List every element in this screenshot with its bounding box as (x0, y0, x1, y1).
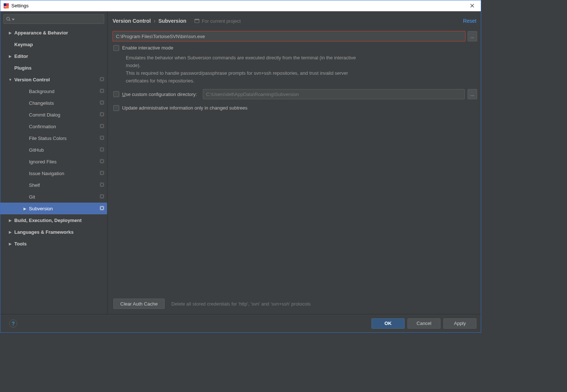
browse-svn-path-button[interactable]: ... (468, 31, 477, 41)
project-scope-icon (100, 206, 105, 211)
sidebar-item-git[interactable]: ▶Git (0, 191, 107, 203)
project-scope-icon (100, 147, 105, 152)
sidebar-item-shelf[interactable]: ▶Shelf (0, 179, 107, 191)
sidebar-item-keymap[interactable]: ▶Keymap (0, 38, 107, 50)
window-title: Settings (11, 3, 466, 8)
window-close-button[interactable] (466, 1, 478, 10)
sidebar-item-plugins[interactable]: ▶Plugins (0, 62, 107, 74)
sidebar-item-label: Tools (14, 241, 105, 247)
clear-auth-cache-help: Delete all stored credentials for 'http'… (171, 301, 311, 307)
sidebar-item-background[interactable]: ▶Background (0, 85, 107, 97)
svg-rect-30 (101, 195, 103, 198)
sidebar-item-appearance-behavior[interactable]: ▶Appearance & Behavior (0, 27, 107, 38)
sidebar-item-subversion[interactable]: ▶Subversion (0, 203, 107, 214)
custom-config-input[interactable] (203, 89, 465, 99)
reset-link[interactable]: Reset (463, 18, 477, 24)
interactive-mode-help: Emulates the behavior when Subversion co… (126, 54, 368, 85)
sidebar-item-label: Commit Dialog (29, 112, 98, 118)
update-admin-checkbox[interactable] (113, 105, 119, 111)
app-icon (3, 3, 9, 9)
project-scope-icon (100, 159, 105, 164)
interactive-mode-label[interactable]: Enable interactive mode (122, 44, 173, 52)
search-input[interactable] (3, 14, 104, 24)
sidebar-item-label: GitHub (29, 147, 98, 153)
svg-line-7 (9, 20, 10, 21)
sidebar-item-languages-frameworks[interactable]: ▶Languages & Frameworks (0, 226, 107, 238)
sidebar-item-label: Git (29, 194, 98, 200)
sidebar-item-issue-navigation[interactable]: ▶Issue Navigation (0, 167, 107, 179)
breadcrumb-row: Version Control › Subversion For current… (113, 16, 477, 26)
sidebar-item-label: Build, Execution, Deployment (14, 218, 105, 223)
update-admin-label[interactable]: Update administrative information only i… (122, 104, 248, 112)
sidebar-item-file-status-colors[interactable]: ▶File Status Colors (0, 132, 107, 144)
tree-arrow-icon: ▶ (8, 54, 13, 58)
sidebar-item-label: Changelists (29, 100, 98, 106)
sidebar-item-label: Editor (14, 53, 105, 59)
project-scope-icon (194, 18, 200, 23)
breadcrumb-parent[interactable]: Version Control (113, 18, 151, 24)
sidebar-item-label: Confirmation (29, 124, 98, 129)
project-scope-icon (100, 89, 105, 94)
project-scope: For current project (194, 18, 241, 24)
clear-auth-cache-button[interactable]: Clear Auth Cache (113, 299, 165, 309)
dialog-button-bar: ? OK Cancel Apply (0, 314, 481, 332)
sidebar-item-label: Appearance & Behavior (14, 30, 105, 36)
sidebar-item-label: Version Control (14, 77, 98, 82)
sidebar-item-changelists[interactable]: ▶Changelists (0, 97, 107, 109)
sidebar-item-ignored-files[interactable]: ▶Ignored Files (0, 156, 107, 167)
project-scope-icon (100, 182, 105, 188)
tree-arrow-icon: ▶ (8, 218, 13, 222)
interactive-mode-row: Enable interactive mode (113, 44, 477, 52)
svn-path-input[interactable] (113, 31, 465, 41)
svg-rect-3 (4, 7, 6, 7)
sidebar-item-label: Background (29, 89, 98, 94)
sidebar-item-tools[interactable]: ▶Tools (0, 238, 107, 249)
svn-path-row: ... (113, 31, 477, 41)
custom-config-checkbox[interactable] (113, 91, 119, 97)
svg-rect-1 (4, 3, 6, 6)
project-scope-icon (100, 112, 105, 117)
svg-rect-22 (101, 148, 103, 151)
ok-button[interactable]: OK (372, 318, 405, 329)
browse-config-dir-button[interactable]: ... (468, 89, 477, 99)
help-button[interactable]: ? (9, 319, 17, 328)
custom-config-label[interactable]: Use custom configuration directory: (122, 92, 197, 97)
project-scope-icon (100, 100, 105, 106)
apply-button[interactable]: Apply (443, 318, 476, 329)
cancel-button[interactable]: Cancel (407, 318, 440, 329)
interactive-mode-checkbox[interactable] (113, 45, 119, 51)
sidebar-item-confirmation[interactable]: ▶Confirmation (0, 121, 107, 132)
sidebar-item-label: File Status Colors (29, 136, 98, 141)
svg-rect-32 (101, 207, 103, 210)
sidebar-item-label: Subversion (29, 206, 98, 211)
svg-marker-8 (12, 19, 15, 21)
tree-arrow-icon: ▶ (22, 207, 28, 211)
svg-rect-34 (195, 19, 199, 20)
project-scope-icon (100, 194, 105, 199)
tree-arrow-icon: ▶ (8, 31, 13, 35)
project-scope-icon (100, 124, 105, 129)
tree-arrow-icon: ▶ (8, 242, 13, 246)
svg-rect-26 (101, 172, 103, 174)
project-scope-icon (100, 77, 105, 82)
svg-rect-12 (101, 90, 103, 92)
sidebar-item-commit-dialog[interactable]: ▶Commit Dialog (0, 109, 107, 121)
tree-arrow-icon: ▼ (8, 78, 13, 82)
svg-rect-18 (101, 125, 103, 127)
breadcrumb-separator: › (154, 18, 156, 24)
breadcrumb-current: Subversion (158, 18, 186, 24)
sidebar-item-editor[interactable]: ▶Editor (0, 50, 107, 62)
sidebar-item-github[interactable]: ▶GitHub (0, 144, 107, 156)
project-scope-label: For current project (202, 18, 241, 24)
sidebar-item-label: Shelf (29, 182, 98, 188)
svg-rect-24 (101, 160, 103, 163)
settings-sidebar: ▶Appearance & Behavior▶Keymap▶Editor▶Plu… (0, 11, 107, 314)
clear-cache-row: Clear Auth Cache Delete all stored crede… (113, 299, 477, 314)
sidebar-item-version-control[interactable]: ▼Version Control (0, 74, 107, 85)
sidebar-item-label: Plugins (14, 65, 105, 71)
settings-content: Version Control › Subversion For current… (107, 11, 481, 314)
custom-config-row: Use custom configuration directory: ... (113, 89, 477, 99)
svg-rect-16 (101, 113, 103, 116)
search-row (0, 11, 107, 26)
sidebar-item-build-execution-deployment[interactable]: ▶Build, Execution, Deployment (0, 214, 107, 226)
